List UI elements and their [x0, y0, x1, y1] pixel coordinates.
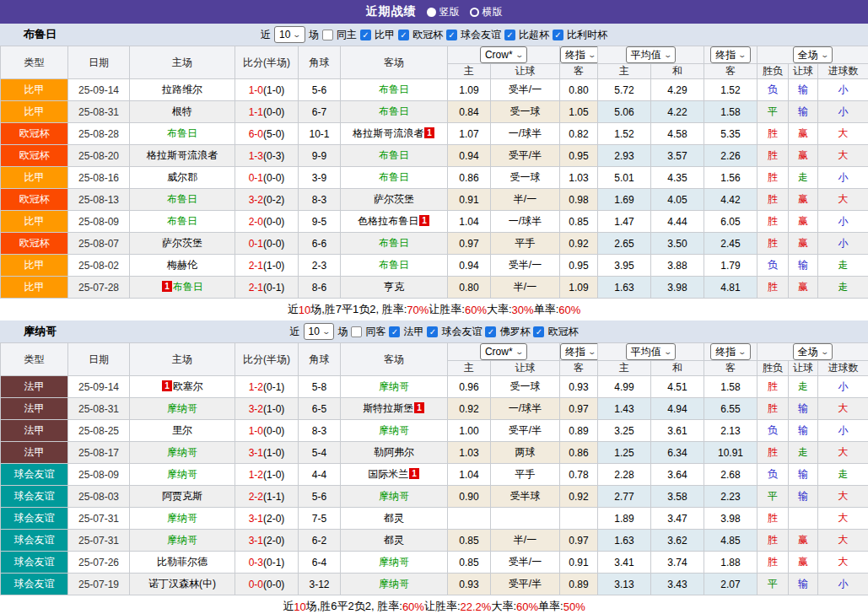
avg-odds-select[interactable]: 平均值⌄	[626, 46, 677, 63]
result-outcome: 胜	[757, 508, 789, 530]
scope-select[interactable]: 全场⌄	[793, 343, 833, 360]
avg-away-odds: 1.52	[704, 79, 757, 101]
league-checkbox[interactable]: ✓	[533, 326, 544, 337]
team-name-text: 勒阿弗尔	[374, 446, 414, 458]
radio-unselected-icon	[470, 8, 479, 17]
sub-col-header: 让球	[491, 64, 560, 79]
match-count-select[interactable]: 10⌄	[304, 323, 335, 340]
summary-part: 30%	[512, 304, 534, 316]
result-outcome: 胜	[757, 277, 789, 299]
match-date: 25-08-31	[68, 101, 130, 123]
handicap-line: 受一球	[491, 101, 560, 123]
corner-stat: 4-4	[299, 464, 341, 486]
rank-badge: 1	[162, 281, 172, 292]
sub-col-header: 客	[560, 64, 598, 79]
league-checkbox[interactable]: ✓	[389, 326, 400, 337]
match-type-badge: 法甲	[1, 420, 68, 442]
sub-col-header: 客	[560, 361, 598, 376]
handicap-line: 半/一	[491, 277, 560, 299]
match-score: 3-2(1-0)	[235, 398, 299, 420]
fulltime-score: 1-0	[249, 425, 263, 437]
avg-home-odds: 1.43	[598, 398, 651, 420]
section-filter-row: 布鲁日近10⌄场同主✓比甲✓欧冠杯✓球会友谊✓比超杯✓比利时杯	[0, 24, 868, 46]
chevron-down-icon: ⌄	[515, 51, 524, 59]
home-team: 梅赫伦	[130, 255, 235, 277]
unit-label: 场	[309, 28, 319, 42]
avg-draw-odds: 3.98	[651, 277, 704, 299]
col-header: 日期	[68, 46, 130, 79]
summary-part: 70%	[407, 304, 429, 316]
fulltime-score: 0-1	[249, 172, 263, 184]
team-name-text: 摩纳哥	[379, 490, 409, 502]
league-checkbox[interactable]: ✓	[360, 30, 371, 40]
result-goals: 大	[818, 508, 868, 530]
radio-vertical-layout[interactable]: 竖版	[427, 5, 460, 19]
select-value: 10	[309, 326, 320, 337]
avg-odds-select[interactable]: 平均值⌄	[626, 343, 677, 360]
chevron-down-icon: ⌄	[293, 30, 302, 39]
match-row: 球会友谊25-08-09摩纳哥1-2(1-0)4-4国际米兰11.04平手0.7…	[1, 464, 868, 486]
halftime-score: (0-0)	[263, 425, 284, 437]
odds-company-select[interactable]: Crow*⌄	[480, 343, 527, 360]
rank-badge: 1	[424, 127, 434, 138]
final-avg-select[interactable]: 终指⌄	[710, 46, 751, 63]
title-bar: 近期战绩 竖版 横版	[0, 0, 868, 24]
handicap-line: 半/一	[491, 189, 560, 211]
corner-stat: 5-8	[299, 376, 341, 398]
results-table: 类型日期主场比分(半场)角球客场Crow*⌄终指⌄平均值⌄终指⌄全场⌄主让球客主…	[0, 46, 868, 299]
match-row: 球会友谊25-07-26比勒菲尔德0-3(0-1)6-4摩纳哥0.85受半/一0…	[1, 552, 868, 574]
home-team: 摩纳哥	[130, 442, 235, 464]
handicap-home-odds: 0.86	[448, 167, 491, 189]
final-odds-select[interactable]: 终指⌄	[560, 343, 598, 360]
league-checkbox[interactable]: ✓	[427, 326, 438, 337]
select-value: 终指	[715, 48, 736, 62]
near-label: 近	[290, 325, 300, 339]
avg-away-odds: 2.13	[704, 420, 757, 442]
odds-company-select[interactable]: Crow*⌄	[480, 46, 527, 63]
handicap-home-odds: 0.92	[448, 398, 491, 420]
summary-part: 单率:	[534, 302, 559, 317]
final-odds-select[interactable]: 终指⌄	[560, 46, 598, 63]
match-score: 3-1(2-0)	[235, 530, 299, 552]
col-header: 客场	[341, 343, 448, 376]
handicap-away-odds: 1.03	[560, 167, 598, 189]
page-title: 近期战绩	[366, 4, 417, 19]
summary-part: 60%	[516, 601, 538, 613]
corner-stat: 2-3	[299, 255, 341, 277]
summary-part: 让胜率:	[424, 599, 461, 614]
home-team: 摩纳哥	[130, 464, 235, 486]
halftime-score: (2-0)	[263, 513, 284, 525]
result-goals: 大	[818, 486, 868, 508]
corner-stat: 9-9	[299, 145, 341, 167]
result-handicap: 赢	[789, 233, 818, 255]
team-name-text: 布鲁日	[167, 215, 197, 227]
final-avg-select[interactable]: 终指⌄	[710, 343, 751, 360]
league-checkbox[interactable]: ✓	[504, 30, 515, 40]
same-venue-checkbox[interactable]	[322, 30, 333, 40]
match-score: 0-3(0-1)	[235, 552, 299, 574]
sub-col-header: 胜负	[757, 361, 789, 376]
select-cell: 全场⌄	[757, 46, 868, 64]
scope-select[interactable]: 全场⌄	[793, 46, 833, 63]
league-label: 球会友谊	[441, 325, 482, 339]
fulltime-score: 2-1	[249, 282, 263, 294]
chevron-down-icon: ⌄	[321, 327, 331, 336]
league-checkbox[interactable]: ✓	[485, 326, 496, 337]
col-header: 比分(半场)	[235, 343, 299, 376]
avg-home-odds: 2.28	[598, 464, 651, 486]
radio-horizontal-layout[interactable]: 横版	[470, 5, 503, 19]
home-team: 摩纳哥	[130, 398, 235, 420]
team-name-text: 威尔郡	[167, 171, 197, 183]
same-venue-checkbox[interactable]	[351, 326, 362, 337]
sub-col-header: 胜负	[757, 64, 789, 79]
chevron-down-icon: ⌄	[738, 347, 747, 356]
match-count-select[interactable]: 10⌄	[274, 26, 305, 43]
league-checkbox[interactable]: ✓	[398, 30, 409, 40]
avg-draw-odds: 3.43	[651, 574, 704, 595]
result-handicap: 输	[789, 101, 818, 123]
team-name-text: 布鲁日	[167, 193, 197, 205]
league-checkbox[interactable]: ✓	[553, 30, 563, 40]
sub-col-header: 让球	[491, 361, 560, 376]
away-team: 亨克	[341, 277, 448, 299]
league-checkbox[interactable]: ✓	[446, 30, 457, 40]
